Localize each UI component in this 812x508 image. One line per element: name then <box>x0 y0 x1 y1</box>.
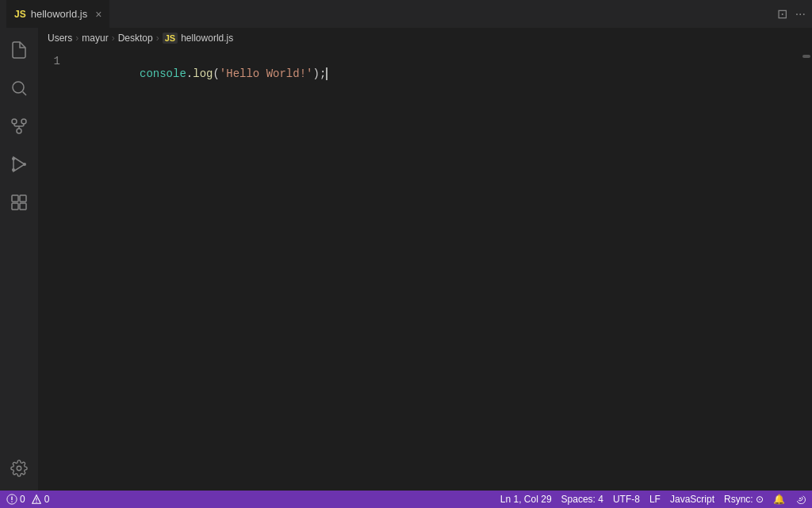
svg-point-9 <box>12 168 15 171</box>
code-log: log <box>193 67 213 80</box>
status-encoding[interactable]: UTF-8 <box>613 494 640 505</box>
code-content-1: console.log('Hello World!'); <box>73 55 327 93</box>
status-language[interactable]: JavaScript <box>670 494 714 505</box>
status-left: 0 0 <box>6 494 49 505</box>
editor-area: Users › mayur › Desktop › JS helloworld.… <box>38 28 812 491</box>
line-number-1: 1 <box>44 55 73 67</box>
code-dot: . <box>186 67 193 80</box>
activity-bar <box>0 28 38 491</box>
svg-point-7 <box>23 163 26 166</box>
status-bar: 0 0 Ln 1, Col 29 Spaces: 4 UTF-8 LF Java… <box>0 491 812 508</box>
breadcrumb-file-label: helloworld.js <box>181 33 233 44</box>
code-editor[interactable]: 1 console.log('Hello World!'); <box>38 48 812 491</box>
warning-count: 0 <box>44 494 50 505</box>
svg-point-4 <box>21 119 26 124</box>
svg-rect-11 <box>20 195 26 202</box>
tab-js-icon: JS <box>14 9 26 20</box>
status-bell-icon[interactable]: 🔔 <box>773 494 785 505</box>
code-semicolon: ; <box>320 67 326 80</box>
editor-scrollbar[interactable] <box>801 48 812 491</box>
svg-point-8 <box>12 157 15 160</box>
activity-explorer-icon[interactable] <box>3 34 35 66</box>
breadcrumb-users[interactable]: Users <box>48 33 72 44</box>
svg-line-1 <box>23 92 26 95</box>
svg-rect-10 <box>12 195 18 202</box>
svg-point-19 <box>36 502 36 502</box>
status-broadcast-icon[interactable] <box>795 493 806 506</box>
status-rsync[interactable]: Rsync: ⊙ <box>724 494 764 505</box>
svg-point-3 <box>12 119 17 124</box>
error-count: 0 <box>20 494 25 505</box>
warning-icon <box>31 494 42 505</box>
breadcrumb: Users › mayur › Desktop › JS helloworld.… <box>38 28 812 48</box>
more-actions-icon[interactable]: ··· <box>795 7 806 21</box>
status-right: Ln 1, Col 29 Spaces: 4 UTF-8 LF JavaScri… <box>500 493 806 506</box>
code-string: 'Hello World!' <box>220 67 313 80</box>
svg-marker-6 <box>13 157 25 171</box>
activity-source-control-icon[interactable] <box>3 110 35 142</box>
status-errors[interactable]: 0 0 <box>6 494 49 505</box>
code-paren-open: ( <box>213 67 219 80</box>
breadcrumb-filename[interactable]: JS helloworld.js <box>163 33 234 44</box>
svg-point-14 <box>17 466 21 471</box>
error-icon <box>6 494 17 505</box>
svg-rect-12 <box>12 203 18 210</box>
svg-point-2 <box>17 129 21 133</box>
split-editor-icon[interactable]: ⊡ <box>777 6 787 21</box>
code-console: console <box>140 67 186 80</box>
activity-extensions-icon[interactable] <box>3 187 35 218</box>
svg-point-0 <box>13 82 24 93</box>
breadcrumb-desktop[interactable]: Desktop <box>118 33 153 44</box>
main-layout: Users › mayur › Desktop › JS helloworld.… <box>0 28 812 491</box>
status-position[interactable]: Ln 1, Col 29 <box>500 494 552 505</box>
breadcrumb-sep-1: › <box>75 33 79 44</box>
svg-point-17 <box>11 501 12 502</box>
breadcrumb-sep-3: › <box>156 33 159 44</box>
activity-search-icon[interactable] <box>3 72 35 104</box>
activity-settings-icon[interactable] <box>3 452 35 484</box>
svg-rect-13 <box>20 203 26 210</box>
code-line-1: 1 console.log('Hello World!'); <box>38 55 812 72</box>
code-paren-close: ) <box>312 67 319 80</box>
status-spaces[interactable]: Spaces: 4 <box>561 494 603 505</box>
breadcrumb-sep-2: › <box>112 33 115 44</box>
text-cursor <box>326 67 327 80</box>
scrollbar-thumb <box>802 55 810 58</box>
title-bar-actions: ⊡ ··· <box>777 6 806 21</box>
tab-close-button[interactable]: × <box>95 8 102 21</box>
tab-group: JS helloworld.js × <box>6 0 109 28</box>
status-eol[interactable]: LF <box>649 494 661 505</box>
breadcrumb-js-badge: JS <box>163 33 178 44</box>
activity-run-icon[interactable] <box>3 148 35 180</box>
breadcrumb-mayur[interactable]: mayur <box>82 33 108 44</box>
title-bar: JS helloworld.js × ⊡ ··· <box>0 0 812 28</box>
tab-filename: helloworld.js <box>31 8 88 20</box>
svg-point-20 <box>799 498 800 498</box>
active-tab[interactable]: JS helloworld.js × <box>6 0 109 28</box>
